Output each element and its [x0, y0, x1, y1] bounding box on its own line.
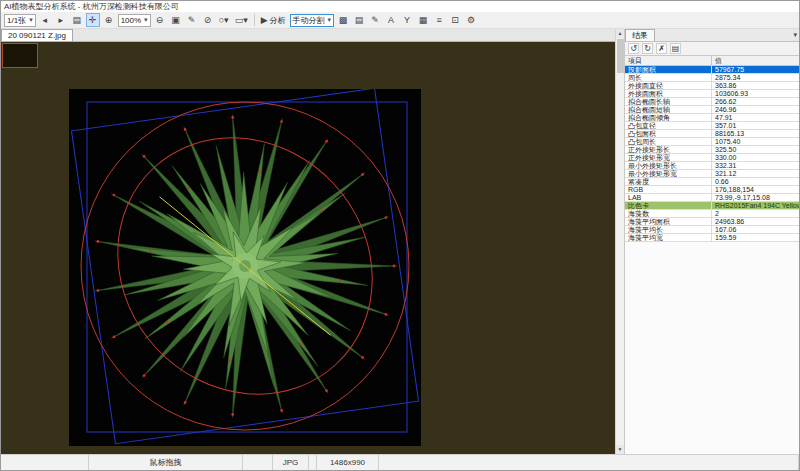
result-label: 比色卡 [625, 202, 712, 209]
mode-selector[interactable]: 手动分割▾ [290, 14, 335, 27]
result-row[interactable]: 紧凑度0.66 [625, 178, 799, 186]
zoom-out-button[interactable]: ⊖ [153, 13, 167, 27]
status-cell: JPG [273, 455, 309, 470]
result-row[interactable]: 外接圆直径363.86 [625, 82, 799, 90]
analysis-image[interactable] [69, 89, 421, 446]
result-value: 321.12 [712, 170, 799, 177]
result-row[interactable]: LAB73.99,-9.17,15.08 [625, 194, 799, 202]
list-view-button[interactable]: ≡ [432, 13, 446, 27]
result-value: 2 [712, 210, 799, 217]
redo-results-icon: ↻ [644, 44, 651, 53]
fit-window-icon: ▣ [171, 14, 180, 26]
result-row[interactable]: 凸包直径357.01 [625, 122, 799, 130]
edit-region-button[interactable]: ✎ [185, 13, 199, 27]
fit-window-button[interactable]: ▣ [169, 13, 183, 27]
delete-region-button[interactable]: ⊘ [201, 13, 215, 27]
analyze-icon: ▶ [261, 14, 268, 26]
image-tab[interactable]: 20 090121 Z.jpg [1, 29, 73, 41]
result-row[interactable]: 最小外接矩形长332.31 [625, 162, 799, 170]
settings-button[interactable]: ⚙ [464, 13, 478, 27]
result-label: 外接圆直径 [625, 82, 712, 89]
layout-icon: ⊡ [451, 14, 459, 26]
rect-tool-icon: ▭ [235, 14, 244, 26]
copy-image-button[interactable]: ▤ [70, 13, 84, 27]
document-tabbar: 20 090121 Z.jpg [1, 29, 615, 42]
curve-tool-icon: ✎ [371, 14, 379, 26]
copy-image-icon: ▤ [72, 14, 81, 26]
result-label: 拟合椭圆长轴 [625, 98, 712, 105]
next-image-icon: ▸ [58, 14, 63, 26]
label-y-icon: Y [404, 14, 410, 26]
next-image-button[interactable]: ▸ [54, 13, 68, 27]
page-selector[interactable]: 1/1张▾ [4, 14, 36, 27]
result-row[interactable]: 海藻平均宽159.59 [625, 234, 799, 242]
image-view-button[interactable]: ▩ [336, 13, 350, 27]
result-row[interactable]: 最小外接矩形宽321.12 [625, 170, 799, 178]
result-row[interactable]: 拟合椭圆短轴246.96 [625, 106, 799, 114]
curve-tool-button[interactable]: ✎ [368, 13, 382, 27]
status-cell: 1486x990 [317, 455, 379, 470]
result-label: 拟合椭圆倾角 [625, 114, 712, 121]
tab-results[interactable]: 结果 [625, 29, 655, 41]
result-row[interactable]: 海藻数2 [625, 210, 799, 218]
zoom-in-button[interactable]: ⊕ [102, 13, 116, 27]
chevron-down-icon: ▾ [144, 16, 148, 24]
result-row[interactable]: 凸包周长1075.40 [625, 138, 799, 146]
navigator-thumbnail[interactable] [2, 43, 38, 68]
result-value: 330.00 [712, 154, 799, 161]
zoom-level-selector[interactable]: 100%▾ [118, 14, 151, 27]
result-row[interactable]: 拟合椭圆倾角47.91 [625, 114, 799, 122]
delete-region-icon: ⊘ [204, 14, 212, 26]
prev-image-button[interactable]: ◂ [38, 13, 52, 27]
result-value: 246.96 [712, 106, 799, 113]
vertical-scrollbar[interactable]: ▲ ▼ [615, 29, 624, 454]
rect-tool-button[interactable]: ▭▾ [233, 13, 250, 27]
result-row[interactable]: 凸包面积88165.13 [625, 130, 799, 138]
label-a-button[interactable]: A [384, 13, 398, 27]
result-value: 88165.13 [712, 130, 799, 137]
result-label: 凸包直径 [625, 122, 712, 129]
plant-image-svg [69, 89, 421, 446]
result-label: 海藻平均长 [625, 226, 712, 233]
status-cell [243, 455, 273, 470]
result-label: 最小外接矩形宽 [625, 170, 712, 177]
chevron-down-icon: ▾ [224, 15, 229, 25]
result-row[interactable]: 周长2875.34 [625, 74, 799, 82]
grid-view-button[interactable]: ▦ [416, 13, 430, 27]
clear-results-button[interactable]: ✗ [656, 43, 667, 54]
scrollbar-thumb[interactable] [617, 39, 624, 73]
layout-button[interactable]: ⊡ [448, 13, 462, 27]
refresh-results-button[interactable]: ↺ [628, 43, 639, 54]
result-label: 投影面积 [625, 66, 712, 73]
circle-tool-button[interactable]: ○▾ [217, 13, 231, 27]
status-cell [379, 455, 799, 470]
pan-tool-button[interactable]: ✛ [86, 13, 100, 27]
result-row[interactable]: 拟合椭圆长轴266.62 [625, 98, 799, 106]
main-area: 20 090121 Z.jpg ▲ ▼ 结果 ▾ ↺↻✗▤ 项目 值 投影面积5… [1, 29, 799, 454]
result-row[interactable]: 海藻平均长167.06 [625, 226, 799, 234]
status-cell [1, 455, 89, 470]
result-row[interactable]: 外接圆面积103606.93 [625, 90, 799, 98]
export-results-button[interactable]: ▤ [670, 43, 681, 54]
panel-pin-icon[interactable]: ▾ [793, 29, 797, 41]
label-a-icon: A [388, 14, 394, 26]
analyze-button[interactable]: ▶分析 [259, 13, 288, 27]
label-y-button[interactable]: Y [400, 13, 414, 27]
result-row[interactable]: 海藻平均面积24963.86 [625, 218, 799, 226]
image-canvas[interactable] [1, 42, 615, 454]
results-tabbar: 结果 ▾ [625, 29, 799, 42]
result-row[interactable]: 比色卡RHS2015Fan4 194C Yellow [625, 202, 799, 210]
redo-results-button[interactable]: ↻ [642, 43, 653, 54]
result-row[interactable]: 投影面积57967.75 [625, 66, 799, 74]
results-table: 投影面积57967.75周长2875.34外接圆直径363.86外接圆面积103… [625, 66, 799, 454]
result-value: 357.01 [712, 122, 799, 129]
result-row[interactable]: 正外接矩形长325.50 [625, 146, 799, 154]
result-row[interactable]: RGB176,188,154 [625, 186, 799, 194]
chevron-down-icon: ▾ [328, 16, 332, 24]
status-bar: 鼠标拖拽JPG1486x990 [1, 454, 799, 470]
result-label: 凸包面积 [625, 130, 712, 137]
page-selector-label: 1/1张 [7, 15, 26, 26]
export-report-button[interactable]: ▤ [352, 13, 366, 27]
result-row[interactable]: 正外接矩形宽330.00 [625, 154, 799, 162]
export-report-icon: ▤ [355, 14, 364, 26]
